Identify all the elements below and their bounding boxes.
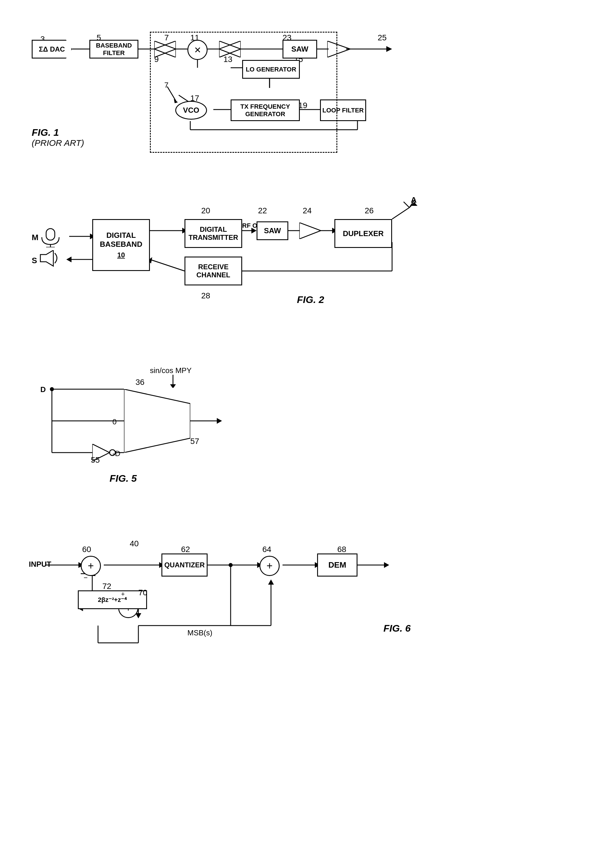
dem-block: DEM <box>317 553 357 577</box>
sin-cos-arrow <box>169 375 177 388</box>
fig2-amplifier <box>299 223 321 239</box>
page: 3 5 7 9 11 13 15 17 19 21 23 25 ΣΔ DAC B… <box>0 0 608 868</box>
num-70: 70 <box>138 588 147 597</box>
fig5-section: sin/cos MPY D 0 -D 36 55 <box>23 352 585 496</box>
num-36: 36 <box>135 378 144 387</box>
num-72: 72 <box>102 582 111 591</box>
num-20: 20 <box>201 206 210 215</box>
plus-70-top: + <box>121 591 125 598</box>
svg-line-41 <box>392 208 409 219</box>
zero-label: 0 <box>112 417 116 426</box>
svg-marker-65 <box>170 384 176 388</box>
neg-d-label: -D <box>112 449 120 458</box>
fig1-prior-art: (PRIOR ART) <box>32 138 84 148</box>
num-62: 62 <box>181 545 190 554</box>
svg-marker-8 <box>386 46 392 52</box>
num-64: 64 <box>262 545 271 554</box>
quantizer-label: QUANTIZER <box>164 561 205 569</box>
fig1-title: FIG. 1 <box>32 127 84 138</box>
digital-transmitter-label: DIGITAL TRANSMITTER <box>185 225 241 242</box>
fig2-label-group: FIG. 2 <box>297 294 324 305</box>
receive-channel-label: RECEIVE CHANNEL <box>185 263 241 279</box>
svg-marker-66 <box>124 389 190 453</box>
svg-marker-29 <box>174 99 178 103</box>
minus-60: − <box>84 574 88 582</box>
svg-marker-54 <box>299 223 321 239</box>
fig2-saw-label: SAW <box>264 226 281 235</box>
sigma-delta-dac-label: ΣΔ DAC <box>39 45 65 53</box>
svg-point-80 <box>229 563 233 567</box>
digital-baseband-block: DIGITAL BASEBAND 10 <box>92 219 150 271</box>
antenna-triangle-icon <box>412 202 417 206</box>
svg-marker-95 <box>268 580 274 584</box>
quantizer-block: QUANTIZER <box>161 553 208 577</box>
fig2-diagram: M S DIGITAL BASEBAND 10 <box>23 190 513 329</box>
fig2-saw-block: SAW <box>257 222 288 240</box>
num-60: 60 <box>82 545 91 554</box>
svg-marker-53 <box>40 250 53 266</box>
num-55: 55 <box>91 456 100 465</box>
fig2-title: FIG. 2 <box>297 294 324 305</box>
svg-marker-63 <box>217 418 222 424</box>
fig6-label-group: FIG. 6 <box>383 623 411 634</box>
num-40: 40 <box>130 539 139 548</box>
digital-transmitter-block: DIGITAL TRANSMITTER <box>185 219 242 248</box>
digital-baseband-num: 10 <box>117 251 125 259</box>
sum-circle-60: + <box>81 556 101 576</box>
sigma-delta-dac-block: ΣΔ DAC <box>32 40 72 59</box>
duplexer-block: DUPLEXER <box>334 219 392 248</box>
fig1-label-group: FIG. 1 (PRIOR ART) <box>32 127 84 148</box>
receive-channel-block: RECEIVE CHANNEL <box>185 257 242 285</box>
baseband-filter-block: BASEBAND FILTER <box>89 40 138 59</box>
input-label: INPUT <box>29 560 51 569</box>
speaker-icon <box>37 250 64 268</box>
num-26: 26 <box>364 206 374 215</box>
svg-line-48 <box>150 259 185 271</box>
fig6-section: INPUT + − QUANTIZER + DEM + <box>23 519 585 651</box>
svg-marker-78 <box>384 562 389 568</box>
duplexer-label: DUPLEXER <box>343 229 384 238</box>
fig6-diagram: INPUT + − QUANTIZER + DEM + <box>23 519 571 651</box>
fig5-title: FIG. 5 <box>110 473 136 484</box>
num-68: 68 <box>337 545 346 554</box>
d-label: D <box>40 385 46 394</box>
sin-cos-trapezoid <box>124 389 190 453</box>
microphone-icon <box>37 227 66 247</box>
dem-label: DEM <box>328 560 346 570</box>
fig5-connections <box>23 352 369 496</box>
sin-cos-mpy-label: sin/cos MPY <box>150 366 192 375</box>
num-22: 22 <box>258 206 267 215</box>
baseband-filter-label: BASEBAND FILTER <box>90 42 138 57</box>
msbs-label: MSB(s) <box>188 628 212 637</box>
sum-symbol-64: + <box>267 560 273 572</box>
ref-7-arrow <box>164 87 179 104</box>
fig5-label-group: FIG. 5 <box>110 473 136 484</box>
num-57: 57 <box>190 437 199 446</box>
fig6-title: FIG. 6 <box>383 623 411 634</box>
digital-baseband-label: DIGITAL BASEBAND <box>93 231 149 249</box>
num-25: 25 <box>378 33 386 42</box>
fig1-diagram: 3 5 7 9 11 13 15 17 19 21 23 25 ΣΔ DAC B… <box>23 17 427 167</box>
feedback-block: 2βz⁻²+z⁻⁴ <box>78 591 147 609</box>
svg-marker-55 <box>412 202 417 206</box>
sum-circle-64: + <box>259 556 280 576</box>
fig5-diagram: sin/cos MPY D 0 -D 36 55 <box>23 352 369 496</box>
svg-rect-50 <box>46 229 55 240</box>
svg-marker-33 <box>66 257 71 262</box>
fig1-section: 3 5 7 9 11 13 15 17 19 21 23 25 ΣΔ DAC B… <box>23 17 585 167</box>
fig2-section: M S DIGITAL BASEBAND 10 <box>23 190 585 329</box>
s-label: S <box>32 256 37 265</box>
svg-line-43 <box>403 202 409 208</box>
sum-symbol-60: + <box>88 560 94 572</box>
svg-line-28 <box>167 87 176 101</box>
num-28: 28 <box>201 291 210 301</box>
num-24: 24 <box>303 206 312 215</box>
